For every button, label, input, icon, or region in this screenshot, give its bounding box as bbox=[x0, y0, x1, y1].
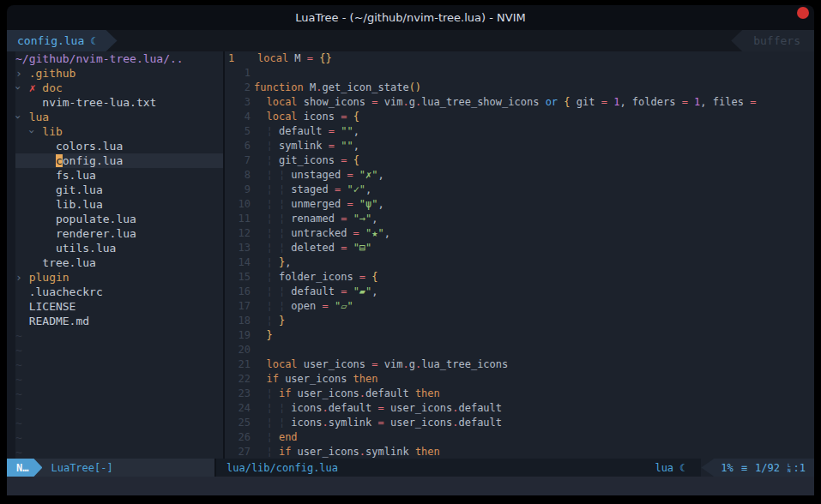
code-line[interactable]: 18 ¦ } bbox=[225, 314, 814, 328]
window-title: LuaTree - (~/github/nvim-tree.lua) - NVI… bbox=[295, 11, 525, 24]
tab-config-lua[interactable]: config.lua ☾ bbox=[7, 30, 118, 51]
statusline-position-segment: 1% ≡ 1/92 L N :1 bbox=[714, 459, 814, 477]
line-number: 22 bbox=[225, 372, 254, 387]
statusline-filetype: lua ☾ bbox=[646, 459, 701, 477]
line-number: 11 bbox=[225, 212, 254, 226]
tree-row[interactable]: › lib bbox=[15, 124, 223, 139]
statusline-tree-segment: N… LuaTree[-] bbox=[7, 459, 214, 477]
file-tree[interactable]: ~/github/nvim-tree.lua/..› .github› ✗ do… bbox=[7, 51, 223, 459]
tree-row: ~ bbox=[15, 343, 223, 357]
code-line[interactable]: 14 ¦ }, bbox=[225, 255, 814, 270]
statusline: N… LuaTree[-] lua/lib/config.lua lua ☾ 1… bbox=[7, 459, 814, 477]
line-number: 9 bbox=[225, 183, 254, 197]
code-line[interactable]: 4 local icons = { bbox=[225, 110, 814, 124]
code-line[interactable]: 2function M.get_icon_state() bbox=[225, 81, 814, 95]
tree-row[interactable]: fs.lua bbox=[15, 168, 223, 183]
command-line[interactable] bbox=[7, 477, 814, 495]
code-line[interactable]: 17 ¦ ¦ open = "▱" bbox=[225, 299, 814, 314]
tree-row[interactable]: lib.lua bbox=[15, 197, 223, 212]
code-line[interactable]: 5 ¦ default = "", bbox=[225, 124, 814, 139]
tree-row[interactable]: config.lua bbox=[15, 153, 223, 168]
line-number: 20 bbox=[225, 343, 254, 357]
line-number: 3 bbox=[225, 95, 254, 110]
code-line[interactable]: 10 ¦ ¦ unmerged = "ψ", bbox=[225, 197, 814, 212]
statusline-filepath: lua/lib/config.lua bbox=[214, 459, 646, 477]
tree-row[interactable]: README.md bbox=[15, 314, 223, 328]
main-split: ~/github/nvim-tree.lua/..› .github› ✗ do… bbox=[7, 51, 814, 459]
line-number: 10 bbox=[225, 197, 254, 212]
line-number: 23 bbox=[225, 387, 254, 401]
code-line[interactable]: 11 ¦ ¦ renamed = "→", bbox=[225, 212, 814, 226]
window-titlebar: LuaTree - (~/github/nvim-tree.lua) - NVI… bbox=[7, 5, 814, 30]
code-line[interactable]: 23 ¦ if user_icons.default then bbox=[225, 387, 814, 401]
code-line[interactable]: 1local M = {} bbox=[225, 51, 814, 66]
line-number: 19 bbox=[225, 328, 254, 343]
scroll-percent: 1% bbox=[721, 462, 733, 474]
code-line[interactable]: 22 if user_icons then bbox=[225, 372, 814, 387]
filetype-label: lua bbox=[655, 462, 673, 474]
tree-row: ~ bbox=[15, 357, 223, 372]
line-number-icon: L N bbox=[788, 463, 791, 473]
tabline: config.lua ☾ buffers bbox=[7, 30, 814, 51]
line-number: 1 bbox=[225, 66, 254, 81]
code-line[interactable]: 13 ¦ ¦ deleted = "⊟" bbox=[225, 241, 814, 255]
code-line[interactable]: 1 bbox=[225, 66, 814, 81]
buffers-label: buffers bbox=[753, 34, 800, 47]
tree-row[interactable]: populate.lua bbox=[15, 212, 223, 226]
close-button[interactable] bbox=[797, 7, 809, 19]
code-line[interactable]: 19 } bbox=[225, 328, 814, 343]
line-number: 12 bbox=[225, 226, 254, 241]
code-line[interactable]: 27 ¦ if user_icons.symlink then bbox=[225, 445, 814, 459]
tree-row: ~ bbox=[15, 387, 223, 401]
tree-row[interactable]: colors.lua bbox=[15, 139, 223, 153]
tree-row[interactable]: › lua bbox=[15, 110, 223, 124]
tree-row[interactable]: nvim-tree-lua.txt bbox=[15, 95, 223, 110]
tree-row[interactable]: git.lua bbox=[15, 183, 223, 197]
line-number: 7 bbox=[225, 153, 254, 168]
line-number: 15 bbox=[225, 270, 254, 285]
code-line[interactable]: 24 ¦ ¦ icons.default = user_icons.defaul… bbox=[225, 401, 814, 416]
line-number: 6 bbox=[225, 139, 254, 153]
tree-row[interactable]: › plugin bbox=[15, 270, 223, 285]
tree-row[interactable]: › .github bbox=[15, 66, 223, 81]
line-number: 16 bbox=[225, 285, 254, 299]
chevron-down-icon: › bbox=[25, 129, 39, 135]
tree-row[interactable]: .luacheckrc bbox=[15, 285, 223, 299]
tree-row[interactable]: LICENSE bbox=[15, 299, 223, 314]
terminal-window: config.lua ☾ buffers ~/github/nvim-tree.… bbox=[7, 30, 814, 495]
tree-row[interactable]: tree.lua bbox=[15, 255, 223, 270]
tree-row: ~ bbox=[15, 372, 223, 387]
line-number: 14 bbox=[225, 255, 254, 270]
chevron-down-icon: › bbox=[11, 114, 26, 121]
code-line[interactable]: 26 ¦ end bbox=[225, 430, 814, 445]
mode-indicator: N… bbox=[7, 459, 42, 477]
buffers-tab[interactable]: buffers bbox=[731, 30, 814, 51]
code-line[interactable]: 6 ¦ symlink = "", bbox=[225, 139, 814, 153]
lua-moon-icon: ☾ bbox=[679, 462, 685, 474]
code-line[interactable]: 25 ¦ ¦ icons.symlink = user_icons.defaul… bbox=[225, 416, 814, 430]
line-number: 13 bbox=[225, 241, 254, 255]
code-line[interactable]: 7 ¦ git_icons = { bbox=[225, 153, 814, 168]
line-number: 27 bbox=[225, 445, 254, 459]
line-number: 26 bbox=[225, 430, 254, 445]
code-area[interactable]: 1local M = {}12function M.get_icon_state… bbox=[223, 51, 814, 459]
tree-row[interactable]: › ✗ doc bbox=[15, 81, 223, 95]
tree-row[interactable]: utils.lua bbox=[15, 241, 223, 255]
code-line[interactable]: 8 ¦ ¦ unstaged = "✗", bbox=[225, 168, 814, 183]
code-line[interactable]: 20 bbox=[225, 343, 814, 357]
code-line[interactable]: 9 ¦ ¦ staged = "✓", bbox=[225, 183, 814, 197]
code-line[interactable]: 16 ¦ ¦ default = "▰", bbox=[225, 285, 814, 299]
line-number: 2 bbox=[225, 81, 254, 95]
tree-row[interactable]: renderer.lua bbox=[15, 226, 223, 241]
code-line[interactable]: 21 local user_icons = vim.g.lua_tree_ico… bbox=[225, 357, 814, 372]
code-line[interactable]: 3 local show_icons = vim.g.lua_tree_show… bbox=[225, 95, 814, 110]
tree-row[interactable]: ~/github/nvim-tree.lua/.. bbox=[15, 51, 223, 66]
chevron-left-icon bbox=[701, 459, 714, 477]
line-number: 4 bbox=[225, 110, 254, 124]
line-number: 18 bbox=[225, 314, 254, 328]
tree-row: ~ bbox=[15, 401, 223, 416]
code-line[interactable]: 12 ¦ ¦ untracked = "★", bbox=[225, 226, 814, 241]
chevron-right-icon: › bbox=[15, 67, 22, 80]
code-line[interactable]: 15 ¦ folder_icons = { bbox=[225, 270, 814, 285]
tree-row: ~ bbox=[15, 328, 223, 343]
